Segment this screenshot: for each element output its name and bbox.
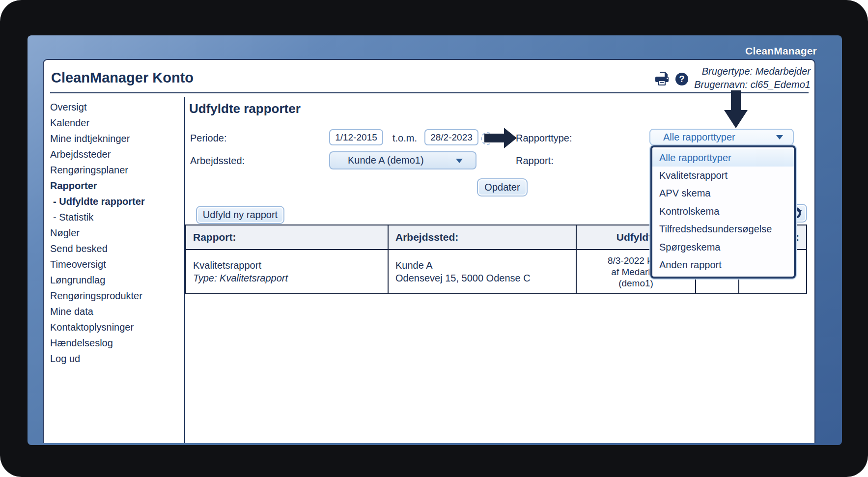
annotation-arrow-right-icon — [484, 128, 517, 148]
annotation-arrow-down-icon — [724, 90, 748, 128]
sidebar-nav: Oversigt Kalender Mine indtjekninger Arb… — [50, 99, 183, 366]
rapport-label: Rapport: — [516, 155, 554, 167]
rapporttype-select-value: Alle rapporttyper — [663, 132, 735, 143]
user-name: Brugernavn: cl65_Edemo1 — [694, 78, 811, 91]
dropdown-option-tilfredshedsundersogelse[interactable]: Tilfredshedsundersøgelse — [652, 221, 794, 238]
brand-logo: CleanManager — [745, 45, 817, 57]
sted-address: Odensevej 15, 5000 Odense C — [395, 272, 576, 284]
cell-arbejdssted: Kunde A Odensevej 15, 5000 Odense C — [388, 250, 576, 293]
sidebar-item-send-besked[interactable]: Send besked — [50, 241, 183, 256]
user-type: Brugertype: Medarbejder — [694, 65, 811, 78]
sidebar-item-rengoringsprodukter[interactable]: Rengøringsprodukter — [50, 288, 183, 304]
udfyldt-user: (demo1) — [618, 278, 653, 289]
sidebar-item-kontaktoplysninger[interactable]: Kontaktoplysninger — [50, 319, 183, 335]
header-divider — [50, 92, 809, 93]
range-separator-label: t.o.m. — [392, 133, 417, 144]
page-title: Udfyldte rapporter — [189, 101, 301, 116]
col-header-rapport: Rapport: — [186, 225, 388, 250]
sidebar-item-mine-data[interactable]: Mine data — [50, 304, 183, 319]
sidebar-item-longrundlag[interactable]: Løngrundlag — [50, 272, 183, 288]
sidebar-item-oversigt[interactable]: Oversigt — [50, 99, 183, 115]
rapporttype-select[interactable]: Alle rapporttyper — [649, 129, 794, 145]
app-window: CleanManager Konto ? Brugertype: Medarbe… — [43, 59, 815, 443]
help-icon[interactable]: ? — [675, 73, 688, 85]
sidebar-item-rapporter[interactable]: Rapporter — [50, 178, 183, 194]
rapporttype-label: Rapporttype: — [516, 133, 572, 144]
periode-label: Periode: — [190, 133, 227, 144]
sidebar-item-udfyldte-rapporter[interactable]: - Udfyldte rapporter — [50, 194, 183, 209]
dropdown-option-kvalitetsrapport[interactable]: Kvalitetsrapport — [652, 167, 794, 184]
arbejdssted-label: Arbejdssted: — [190, 155, 245, 167]
sidebar-item-haendelseslog[interactable]: Hændelseslog — [50, 335, 183, 351]
app-title: CleanManager Konto — [51, 70, 194, 86]
dropdown-option-alle-rapporttyper[interactable]: Alle rapporttyper — [652, 149, 794, 167]
user-info: Brugertype: Medarbejder Brugernavn: cl65… — [694, 65, 811, 91]
sted-name: Kunde A — [395, 259, 576, 272]
dropdown-option-anden-rapport[interactable]: Anden rapport — [652, 256, 794, 274]
sidebar-item-rengoringsplaner[interactable]: Rengøringsplaner — [50, 162, 183, 178]
sidebar-item-log-ud[interactable]: Log ud — [50, 351, 183, 366]
period-from-input[interactable] — [329, 129, 383, 145]
arbejdssted-select[interactable]: Kunde A (demo1) — [329, 151, 476, 169]
col-header-arbejdssted: Arbejdssted: — [388, 225, 576, 250]
period-to-input[interactable] — [424, 129, 478, 145]
sidebar-item-statistik[interactable]: - Statistik — [50, 209, 183, 225]
dropdown-option-kontrolskema[interactable]: Kontrolskema — [652, 202, 794, 220]
rapporttype-dropdown: Alle rapporttyper Kvalitetsrapport APV s… — [650, 145, 796, 279]
dropdown-option-apv-skema[interactable]: APV skema — [652, 185, 794, 202]
report-name: Kvalitetsrapport — [193, 259, 388, 272]
sidebar-item-nogler[interactable]: Nøgler — [50, 225, 183, 241]
sidebar-item-kalender[interactable]: Kalender — [50, 115, 183, 131]
print-icon[interactable] — [654, 71, 671, 86]
arbejdssted-select-value: Kunde A (demo1) — [348, 155, 424, 166]
sidebar-item-mine-indtjekninger[interactable]: Mine indtjekninger — [50, 131, 183, 146]
chevron-down-icon — [456, 159, 463, 163]
udfyld-ny-rapport-button[interactable]: Udfyld ny rapport — [196, 206, 284, 224]
sidebar-item-arbejdssteder[interactable]: Arbejdssteder — [50, 146, 183, 162]
cell-rapport: Kvalitetsrapport Type: Kvalitetsrapport — [186, 250, 388, 293]
help-glyph: ? — [679, 74, 685, 84]
opdater-button[interactable]: Opdater — [477, 178, 528, 196]
dropdown-option-sporgeskema[interactable]: Spørgeskema — [652, 238, 794, 256]
screenshot-stage: CleanManager CleanManager Konto ? Bruger… — [0, 0, 868, 477]
report-type: Type: Kvalitetsrapport — [193, 272, 388, 284]
chevron-down-icon — [776, 135, 783, 140]
sidebar-item-timeoversigt[interactable]: Timeoversigt — [50, 256, 183, 272]
